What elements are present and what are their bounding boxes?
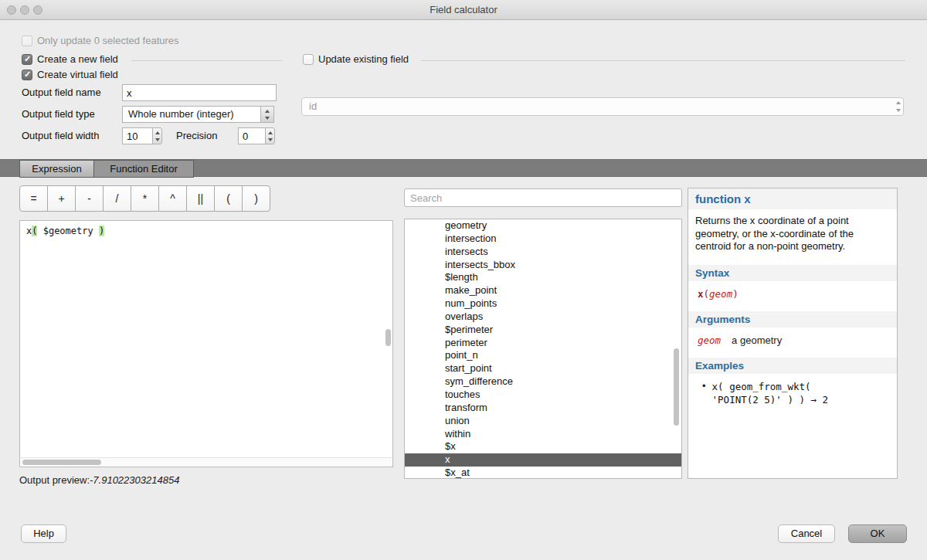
combo-stepper-icon (260, 107, 273, 122)
function-list-item[interactable]: start_point (405, 362, 681, 375)
function-list-item-selected[interactable]: x (405, 453, 681, 467)
tab-function-editor[interactable]: Function Editor (93, 160, 194, 178)
create-virtual-field-checkbox[interactable] (22, 70, 32, 80)
function-list-item[interactable]: point_n (405, 349, 681, 362)
function-list-item[interactable]: $length (405, 271, 681, 284)
expression-horizontal-scrollbar-thumb[interactable] (22, 460, 101, 465)
function-list-item[interactable]: geometry (405, 219, 681, 232)
bullet-icon: • (702, 380, 706, 392)
function-list-item[interactable]: intersects (405, 246, 681, 259)
help-argument-row: geoma geometry (688, 328, 897, 353)
operator-equals-button[interactable]: = (19, 185, 48, 212)
operator-concat-button[interactable]: || (186, 185, 215, 212)
function-list-item[interactable]: intersection (405, 232, 681, 246)
create-new-field-label: Create a new field (37, 53, 118, 65)
function-list-item[interactable]: perimeter (405, 337, 681, 350)
output-field-width-input[interactable] (122, 127, 153, 144)
expression-text: x( $geometry ) (26, 226, 104, 236)
existing-field-combo[interactable]: id (301, 97, 904, 116)
window-minimize-button[interactable] (20, 5, 29, 15)
operator-close-paren-button[interactable]: ) (242, 185, 270, 212)
output-field-type-combo[interactable]: Whole number (integer) (122, 106, 274, 123)
update-existing-checkbox[interactable] (303, 54, 314, 65)
help-arguments-heading: Arguments (688, 311, 897, 328)
output-field-width-label: Output field width (22, 130, 99, 141)
function-list: geometry intersection intersects interse… (404, 219, 682, 479)
function-list-scrollbar-thumb[interactable] (674, 348, 679, 426)
output-field-type-label: Output field type (22, 108, 95, 120)
function-list-item[interactable]: touches (405, 389, 681, 402)
operator-minus-button[interactable]: - (75, 185, 104, 212)
group-line (421, 60, 905, 61)
expression-horizontal-scrollbar[interactable] (21, 457, 392, 466)
ok-button[interactable]: OK (848, 524, 907, 543)
function-list-item[interactable]: within (405, 428, 681, 441)
window-close-button[interactable] (7, 5, 16, 15)
create-virtual-field-label: Create virtual field (37, 69, 118, 80)
precision-input[interactable] (238, 127, 266, 144)
help-button[interactable]: Help (21, 524, 66, 543)
help-title: function x (688, 188, 897, 209)
operator-divide-button[interactable]: / (103, 185, 131, 212)
output-field-name-input[interactable] (122, 84, 277, 101)
create-new-field-checkbox[interactable] (22, 54, 32, 65)
only-update-checkbox[interactable] (22, 36, 32, 46)
function-help-panel: function x Returns the x coordinate of a… (688, 188, 898, 479)
output-preview-value: -7.91022303214854 (90, 474, 179, 486)
output-preview-label: Output preview: (19, 474, 90, 486)
cancel-button[interactable]: Cancel (778, 524, 835, 543)
expression-editor[interactable]: x( $geometry ) (19, 220, 393, 467)
help-syntax-code: x(geom) (688, 281, 897, 307)
output-field-name-label: Output field name (22, 87, 101, 98)
precision-label: Precision (176, 130, 217, 141)
update-existing-label: Update existing field (318, 53, 409, 65)
help-example: •x( geom_from_wkt( 'POINT(2 5)' ) ) → 2 (688, 374, 897, 412)
field-calculator-dialog: Field calculator Only update 0 selected … (0, 0, 927, 560)
function-list-item[interactable]: transform (405, 402, 681, 415)
output-field-type-value: Whole number (integer) (128, 108, 234, 120)
tab-bar: Expression Function Editor (0, 159, 927, 177)
window-title: Field calculator (0, 0, 927, 20)
expression-vertical-scrollbar-thumb[interactable] (385, 329, 391, 346)
function-list-item[interactable]: union (405, 415, 681, 428)
operator-multiply-button[interactable]: * (131, 185, 159, 212)
operator-plus-button[interactable]: + (47, 185, 76, 212)
tab-expression[interactable]: Expression (19, 160, 94, 178)
operator-open-paren-button[interactable]: ( (214, 185, 243, 212)
help-description: Returns the x coordinate of a point geom… (688, 209, 897, 260)
function-list-item[interactable]: $perimeter (405, 324, 681, 337)
function-list-item[interactable]: make_point (405, 284, 681, 297)
only-update-label: Only update 0 selected features (37, 35, 179, 46)
operator-power-button[interactable]: ^ (158, 185, 187, 212)
help-examples-heading: Examples (688, 358, 897, 374)
function-list-item[interactable]: $x (405, 440, 681, 453)
window-zoom-button[interactable] (33, 5, 42, 15)
function-list-item[interactable]: sym_difference (405, 375, 681, 389)
group-line (131, 60, 282, 61)
existing-field-value: id (309, 100, 317, 112)
output-field-width-stepper[interactable] (152, 127, 162, 144)
search-input[interactable] (404, 188, 682, 207)
function-list-item[interactable]: overlaps (405, 311, 681, 324)
precision-stepper[interactable] (265, 127, 275, 144)
title-bar: Field calculator (0, 0, 927, 20)
function-list-item[interactable]: intersects_bbox (405, 259, 681, 272)
help-syntax-heading: Syntax (688, 265, 897, 281)
function-list-item[interactable]: num_points (405, 297, 681, 311)
function-list-item[interactable]: $x_at (405, 467, 681, 479)
